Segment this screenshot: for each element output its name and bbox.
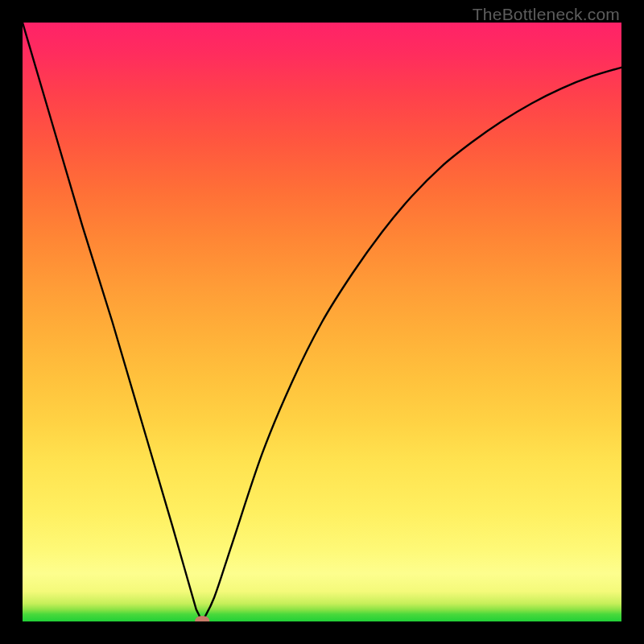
- optimal-point-marker: [195, 616, 209, 621]
- bottleneck-curve-path: [23, 23, 621, 621]
- bottleneck-chart: TheBottleneck.com: [0, 0, 644, 644]
- curve-layer: [23, 23, 621, 621]
- watermark-text: TheBottleneck.com: [473, 5, 620, 24]
- plot-area: [23, 23, 621, 621]
